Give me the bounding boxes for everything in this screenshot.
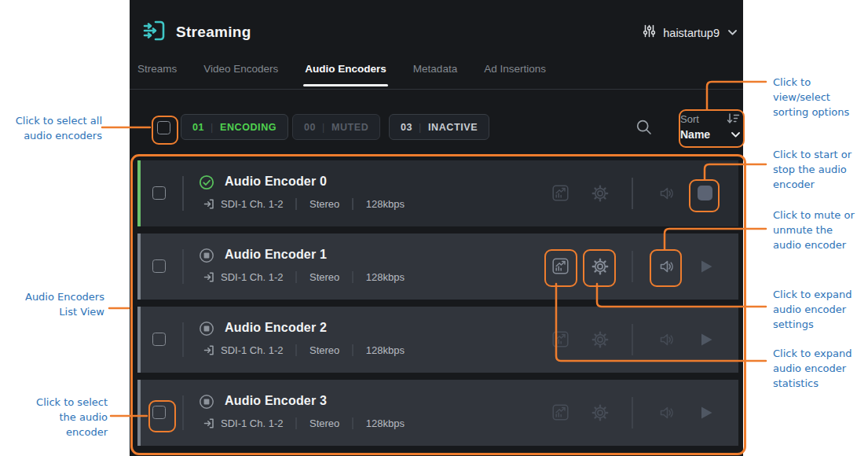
divider bbox=[352, 344, 353, 356]
settings-button[interactable] bbox=[591, 185, 609, 202]
status-stopped-icon bbox=[199, 394, 214, 410]
divider bbox=[295, 271, 297, 283]
statistics-button[interactable] bbox=[552, 404, 569, 421]
encoding-label: ENCODING bbox=[220, 122, 277, 133]
input-icon bbox=[203, 198, 215, 210]
mute-button[interactable] bbox=[658, 404, 676, 421]
filter-badge-inactive[interactable]: 03|INACTIVE bbox=[389, 114, 489, 140]
badge-separator: | bbox=[419, 122, 422, 133]
mute-button[interactable] bbox=[658, 258, 676, 275]
divider bbox=[632, 397, 633, 428]
annotation-statistics: Click to expand audio encoder statistics bbox=[773, 346, 866, 391]
encoder-channels: Stereo bbox=[309, 271, 339, 283]
divider bbox=[632, 324, 633, 355]
statistics-button[interactable] bbox=[552, 258, 569, 274]
encoder-name: Audio Encoder 3 bbox=[225, 393, 327, 409]
start-button[interactable] bbox=[698, 258, 715, 275]
annotation-list-view: Audio Encoders List View bbox=[2, 289, 104, 319]
account-name: haistartup9 bbox=[663, 27, 720, 39]
encoder-bitrate: 128kbps bbox=[366, 271, 405, 283]
settings-button[interactable] bbox=[591, 404, 609, 421]
inactive-count: 03 bbox=[401, 122, 412, 133]
encoder-input: SDI-1 Ch. 1-2 bbox=[221, 344, 283, 356]
statistics-button[interactable] bbox=[552, 185, 569, 201]
sliders-icon bbox=[642, 24, 657, 42]
badge-separator: | bbox=[322, 122, 325, 133]
annotation-select-one: Click to select the audio encoder bbox=[2, 395, 108, 439]
divider bbox=[632, 251, 633, 282]
muted-label: MUTED bbox=[331, 122, 368, 133]
sort-label: Sort bbox=[680, 113, 699, 125]
start-button[interactable] bbox=[698, 404, 715, 421]
search-icon[interactable] bbox=[635, 119, 653, 136]
encoder-details: SDI-1 Ch. 1-2 Stereo 128kbps bbox=[203, 417, 405, 429]
settings-button[interactable] bbox=[591, 331, 609, 348]
encoder-row-3: Audio Encoder 3 SDI-1 Ch. 1-2 Stereo 128… bbox=[137, 380, 738, 446]
sort-value: Name bbox=[680, 128, 710, 141]
annotation-start-stop: Click to start or stop the audio encoder bbox=[773, 147, 866, 192]
chevron-down-icon bbox=[731, 132, 740, 138]
encoder-channels: Stereo bbox=[309, 344, 339, 356]
documentation-page: Streaming haistartup9 Streams Video Enco… bbox=[0, 0, 868, 456]
divider bbox=[182, 249, 184, 284]
divider bbox=[295, 417, 297, 429]
stop-button[interactable] bbox=[698, 185, 712, 200]
mute-button[interactable] bbox=[658, 185, 676, 202]
encoder-details: SDI-1 Ch. 1-2 Stereo 128kbps bbox=[203, 344, 405, 356]
input-icon bbox=[203, 271, 215, 283]
divider bbox=[352, 198, 353, 210]
encoder-channels: Stereo bbox=[309, 198, 339, 210]
filter-badge-muted[interactable]: 00|MUTED bbox=[292, 114, 380, 140]
encoder-input: SDI-1 Ch. 1-2 bbox=[221, 271, 283, 283]
settings-button[interactable] bbox=[591, 258, 609, 275]
encoder-name: Audio Encoder 1 bbox=[225, 247, 327, 263]
tab-ad-insertions[interactable]: Ad Insertions bbox=[484, 63, 546, 86]
tab-bar: Streams Video Encoders Audio Encoders Me… bbox=[130, 63, 743, 90]
encoder-checkbox[interactable] bbox=[152, 333, 166, 346]
input-icon bbox=[203, 417, 215, 429]
streaming-icon bbox=[141, 17, 167, 47]
annotation-mute: Click to mute or unmute the audio encode… bbox=[773, 208, 866, 252]
divider bbox=[632, 178, 633, 209]
page-title: Streaming bbox=[176, 24, 251, 41]
inactive-label: INACTIVE bbox=[428, 122, 478, 133]
sort-control[interactable]: Sort Name bbox=[680, 111, 740, 142]
start-button[interactable] bbox=[698, 331, 715, 348]
chevron-down-icon bbox=[728, 30, 737, 35]
tab-audio-encoders[interactable]: Audio Encoders bbox=[305, 63, 386, 86]
stop-icon bbox=[698, 186, 712, 200]
muted-count: 00 bbox=[304, 122, 316, 133]
account-menu[interactable]: haistartup9 bbox=[642, 24, 737, 42]
tab-video-encoders[interactable]: Video Encoders bbox=[203, 63, 278, 86]
badge-separator: | bbox=[211, 122, 214, 133]
annotation-settings: Click to expand audio encoder settings bbox=[773, 287, 866, 332]
sort-order-icon bbox=[727, 113, 740, 124]
encoder-bitrate: 128kbps bbox=[366, 198, 405, 210]
encoder-checkbox[interactable] bbox=[152, 186, 166, 200]
encoding-count: 01 bbox=[192, 122, 204, 133]
select-all-checkbox[interactable] bbox=[157, 121, 170, 134]
encoder-row-0: Audio Encoder 0 SDI-1 Ch. 1-2 Stereo 128… bbox=[137, 160, 738, 226]
encoder-details: SDI-1 Ch. 1-2 Stereo 128kbps bbox=[203, 271, 405, 283]
tab-streams[interactable]: Streams bbox=[137, 63, 177, 86]
encoder-details: SDI-1 Ch. 1-2 Stereo 128kbps bbox=[203, 198, 405, 210]
encoder-bitrate: 128kbps bbox=[366, 344, 405, 356]
status-stopped-icon bbox=[199, 321, 214, 336]
status-stopped-icon bbox=[199, 248, 214, 263]
filter-badge-encoding[interactable]: 01|ENCODING bbox=[181, 114, 288, 140]
status-encoding-icon bbox=[199, 175, 214, 190]
divider bbox=[295, 344, 297, 356]
tab-metadata[interactable]: Metadata bbox=[413, 63, 457, 86]
encoder-channels: Stereo bbox=[309, 417, 339, 429]
encoder-checkbox[interactable] bbox=[152, 406, 166, 419]
encoder-name: Audio Encoder 2 bbox=[225, 320, 327, 336]
mute-button[interactable] bbox=[658, 331, 676, 348]
encoder-checkbox[interactable] bbox=[152, 259, 166, 273]
divider bbox=[352, 271, 353, 283]
encoder-name: Audio Encoder 0 bbox=[225, 174, 327, 189]
input-icon bbox=[203, 344, 215, 356]
encoder-input: SDI-1 Ch. 1-2 bbox=[221, 417, 283, 429]
annotation-select-all: Click to select all audio encoders bbox=[2, 113, 102, 143]
annotation-sort: Click to view/select sorting options bbox=[773, 75, 866, 120]
statistics-button[interactable] bbox=[552, 331, 569, 348]
